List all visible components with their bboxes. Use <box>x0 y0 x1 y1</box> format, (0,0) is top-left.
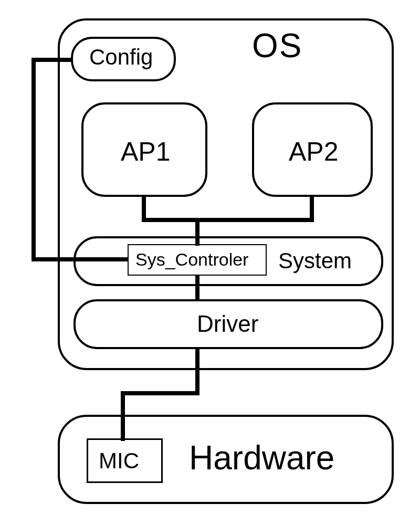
ap2-label: AP2 <box>289 136 339 167</box>
sys-controler-label: Sys_Controler <box>135 249 248 270</box>
line-driver-down2 <box>121 391 125 441</box>
os-label: OS <box>252 26 302 65</box>
mic-label: MIC <box>99 448 139 474</box>
line-driver-down1 <box>195 348 200 395</box>
config-label: Config <box>89 45 153 70</box>
hardware-label: Hardware <box>189 438 334 477</box>
ap1-label: AP1 <box>121 136 171 167</box>
system-label: System <box>278 248 352 274</box>
line-join-to-sys <box>195 218 200 246</box>
line-config-left-v <box>32 58 36 261</box>
line-config-left-h <box>32 58 72 62</box>
driver-label: Driver <box>197 311 258 337</box>
line-ap-join <box>142 218 314 222</box>
line-driver-h <box>121 391 200 395</box>
line-config-syscontroler-h <box>32 257 129 261</box>
diagram-canvas: OS Config AP1 AP2 System Sys_Controler D… <box>0 0 420 525</box>
line-sys-to-driver <box>195 275 200 301</box>
